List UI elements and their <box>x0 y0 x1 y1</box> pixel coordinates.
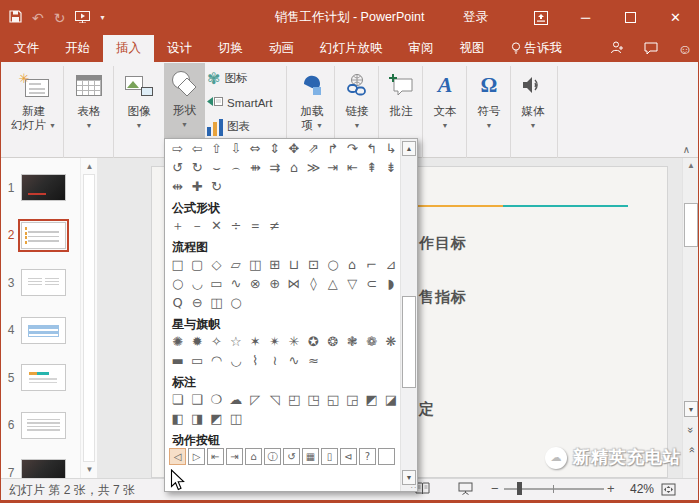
media-button[interactable]: 媒体▼ <box>514 64 552 138</box>
shape-option[interactable]: ⇨ <box>168 139 187 158</box>
save-icon[interactable] <box>9 10 22 26</box>
shape-option[interactable]: ▽ <box>343 274 362 293</box>
ribbon-display-options-icon[interactable] <box>518 0 563 35</box>
close-button[interactable]: ✕ <box>653 0 698 35</box>
shape-option[interactable]: ⇗ <box>304 139 323 158</box>
shape-option[interactable]: ⊡ <box>304 255 323 274</box>
shape-option[interactable]: ✳ <box>284 332 303 351</box>
shape-option[interactable]: ❏ <box>168 390 187 409</box>
shape-option[interactable]: ❑ <box>187 390 206 409</box>
shape-option[interactable]: ❃ <box>343 332 362 351</box>
shape-option[interactable]: □ <box>168 255 187 274</box>
comment-button[interactable]: 批注 <box>382 64 420 138</box>
shape-option[interactable]: ⇻ <box>246 158 265 177</box>
shape-option[interactable]: ÷ <box>226 216 245 235</box>
shape-option[interactable]: ⓘ <box>264 448 281 465</box>
shape-option[interactable]: ◩ <box>362 390 381 409</box>
shape-option[interactable]: ▯ <box>321 448 338 465</box>
shape-option[interactable]: ◪ <box>381 390 400 409</box>
slide-thumbnail-item[interactable]: 6 <box>1 402 80 450</box>
shape-option[interactable]: ◩ <box>207 409 226 428</box>
shape-option[interactable]: ✶ <box>246 332 265 351</box>
shape-option[interactable]: ↻ <box>187 158 206 177</box>
symbols-button[interactable]: Ω 符号▼ <box>470 64 508 138</box>
shape-option[interactable]: ⊂ <box>362 274 381 293</box>
menu-scrollbar-thumb[interactable] <box>402 296 416 388</box>
text-button[interactable]: A 文本▼ <box>426 64 464 138</box>
shape-option[interactable]: ◰ <box>284 390 303 409</box>
sign-in-link[interactable]: 登录 <box>463 0 488 35</box>
table-button[interactable]: 表格▼ <box>67 64 111 138</box>
shape-option[interactable]: ⇩ <box>226 139 245 158</box>
icons-button[interactable]: ✾图标 <box>207 67 293 90</box>
shape-option[interactable]: ⊲ <box>340 448 357 465</box>
tab-1[interactable]: 开始 <box>52 35 103 62</box>
shape-option[interactable]: ○ <box>323 255 342 274</box>
thumbnails-scrollbar[interactable]: ▲ ▼ <box>80 158 97 478</box>
shape-option[interactable]: ✧ <box>207 332 226 351</box>
scroll-down-icon[interactable]: ▼ <box>684 401 698 417</box>
vertical-scrollbar[interactable]: ▲ ▼ » » <box>682 158 699 478</box>
shape-option[interactable]: ⇤ <box>207 448 224 465</box>
shape-option[interactable]: ⇥ <box>323 158 342 177</box>
undo-icon[interactable]: ↶ <box>32 10 44 26</box>
shape-option[interactable]: ∿ <box>226 274 245 293</box>
customize-qat-icon[interactable]: ▾ <box>100 13 104 22</box>
shape-option[interactable]: ≠ <box>265 216 284 235</box>
slide-thumbnail[interactable] <box>21 412 66 439</box>
shape-option[interactable]: ⌢ <box>226 158 245 177</box>
shape-option[interactable]: ⊖ <box>187 293 206 312</box>
shape-option[interactable]: ⇤ <box>343 158 362 177</box>
shape-option[interactable]: ◇ <box>207 255 226 274</box>
shape-option[interactable]: ✚ <box>187 177 206 196</box>
shape-option[interactable]: ❍ <box>207 390 226 409</box>
menu-scrollbar[interactable]: ▲ ▼ <box>400 139 417 491</box>
shape-option[interactable] <box>378 448 395 465</box>
shape-option[interactable]: ▬ <box>168 351 187 370</box>
tab-0[interactable]: 文件 <box>1 35 52 62</box>
tab-3[interactable]: 设计 <box>154 35 205 62</box>
shape-option[interactable]: ⇉ <box>265 158 284 177</box>
shape-option[interactable]: ⊕ <box>265 274 284 293</box>
shape-option[interactable]: ◊ <box>304 274 323 293</box>
collapse-ribbon-icon[interactable]: ∧ <box>683 144 690 155</box>
shape-option[interactable]: ⋈ <box>284 274 303 293</box>
shape-option[interactable]: ◫ <box>226 409 245 428</box>
shape-option[interactable]: ＋ <box>168 216 187 235</box>
shape-option[interactable]: ☆ <box>226 332 245 351</box>
shapes-button[interactable]: 形状▼ <box>164 63 205 139</box>
shape-option[interactable]: ⇧ <box>207 139 226 158</box>
shape-option[interactable]: ✴ <box>265 332 284 351</box>
shape-option[interactable]: ≫ <box>304 158 323 177</box>
shape-option[interactable]: ◱ <box>323 390 342 409</box>
shape-option[interactable]: ＝ <box>246 216 265 235</box>
shape-option[interactable]: ◡ <box>226 351 245 370</box>
next-slide-icon[interactable]: » <box>685 442 697 458</box>
redo-icon[interactable]: ↻ <box>54 10 66 26</box>
resize-grip[interactable]: ∴ <box>411 482 416 491</box>
shape-option[interactable]: ❋ <box>381 332 400 351</box>
scroll-down-icon[interactable]: ▼ <box>81 465 98 474</box>
zoom-slider-thumb[interactable] <box>517 482 522 495</box>
new-slide-button[interactable]: ✳ 新建幻灯片 ▼ <box>7 64 60 138</box>
feedback-smiley-icon[interactable]: ☺ <box>678 41 692 57</box>
shape-option[interactable]: ↺ <box>168 158 187 177</box>
shape-option[interactable]: ⌐ <box>362 255 381 274</box>
shape-option[interactable]: ❁ <box>362 332 381 351</box>
shape-option[interactable]: ⇦ <box>187 139 206 158</box>
shape-option[interactable]: ○ <box>226 293 245 312</box>
add-ins-button[interactable]: 加载项 ▼ <box>290 64 334 138</box>
shape-option[interactable]: ⌂ <box>343 255 362 274</box>
shape-option[interactable]: ↻ <box>207 177 226 196</box>
shape-option[interactable]: ☁ <box>226 390 245 409</box>
tab-5[interactable]: 动画 <box>256 35 307 62</box>
shape-option[interactable]: ◗ <box>381 274 400 293</box>
shape-option[interactable]: ⊞ <box>265 255 284 274</box>
shape-option[interactable]: ⌣ <box>207 158 226 177</box>
shape-option[interactable]: ⊗ <box>246 274 265 293</box>
shape-option[interactable]: ⇟ <box>381 158 400 177</box>
scrollbar-thumb[interactable] <box>684 203 698 247</box>
slide-thumbnail[interactable] <box>21 174 66 201</box>
slide-thumbnail-item[interactable]: 2 <box>1 212 80 260</box>
shape-option[interactable]: ▷ <box>188 448 205 465</box>
